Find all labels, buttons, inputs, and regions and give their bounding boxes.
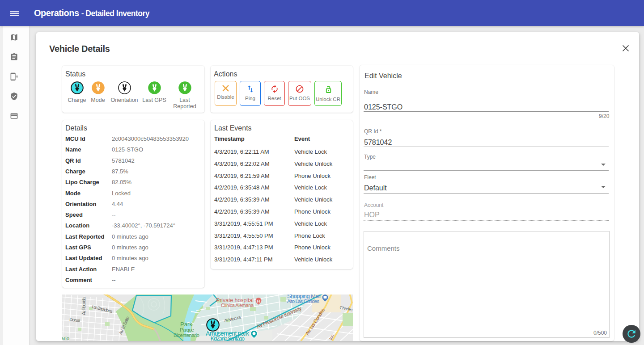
svg-text:Alto Las Condes: Alto Las Condes <box>287 299 319 304</box>
svg-text:Bicentenario: Bicentenario <box>174 332 199 338</box>
svg-text:Av. Recoleta: Av. Recoleta <box>81 297 86 315</box>
svg-text:Clínica Alemana: Clínica Alemana <box>221 303 254 308</box>
svg-text:Park: Park <box>180 321 193 328</box>
svg-text:Parque: Parque <box>180 327 194 332</box>
svg-text:H: H <box>257 299 260 303</box>
svg-text:ario: ario <box>62 336 69 341</box>
svg-text:KidZania Santiago: KidZania Santiago <box>211 336 245 341</box>
